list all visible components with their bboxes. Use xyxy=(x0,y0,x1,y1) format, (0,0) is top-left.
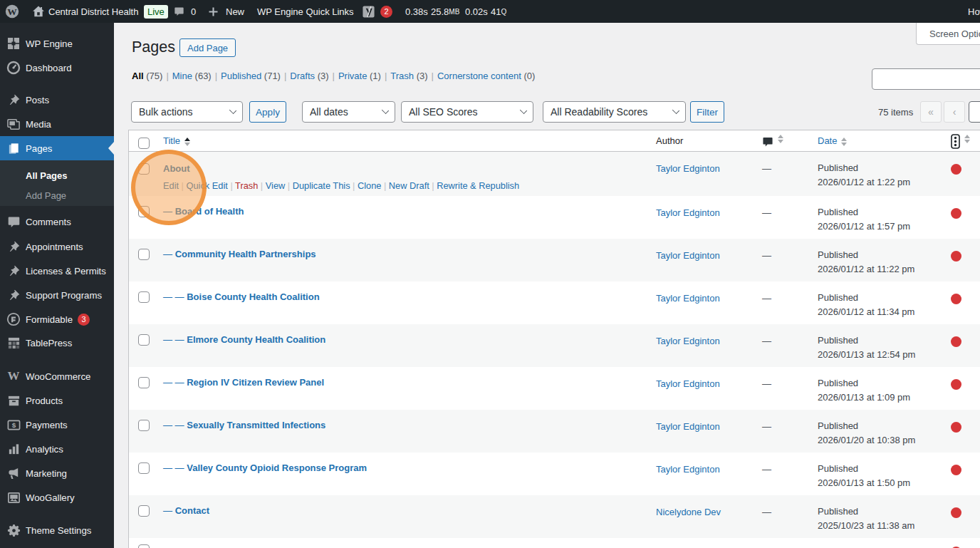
svg-text:$: $ xyxy=(11,421,16,429)
svg-text:W: W xyxy=(7,6,17,17)
